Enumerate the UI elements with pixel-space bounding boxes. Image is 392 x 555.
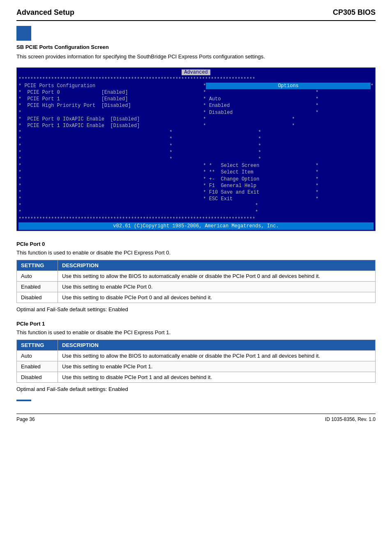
setting-cell: Disabled: [17, 292, 58, 303]
description-cell: Use this setting to disable PCIe Port 0 …: [58, 292, 376, 303]
pcie-port0-title: PCIe Port 0: [16, 241, 376, 247]
bios-row-blank1: * * Disabled *: [18, 109, 374, 116]
bios-row-high-priority: * PCIE High Priority Port [Disabled] * E…: [18, 102, 374, 109]
bios-left-col-1: * PCIE Ports Configuration: [18, 83, 203, 89]
bios-blank-row-end: * * * *: [18, 202, 374, 215]
bios-screen: Advanced *******************************…: [16, 67, 376, 231]
bios-row-pcie1: * PCIE Port 1 [Enabled] * Auto *: [18, 96, 374, 102]
table-row: AutoUse this setting to allow the BIOS t…: [17, 271, 376, 282]
bottom-accent-bar: [16, 400, 31, 401]
setting-cell: Auto: [17, 351, 58, 361]
bios-key-esc: * * ESC Exit *: [18, 196, 374, 202]
bios-row-ioapic0: * PCIE Port 0 IOxAPIC Enable [Disabled] …: [18, 116, 374, 123]
pcie-port1-title: PCIe Port 1: [16, 321, 376, 327]
bios-row-ioapic1: * PCIE Port 1 IOxAPIC Enable [Disabled] …: [18, 123, 374, 129]
description-cell: Use this setting to enable PCIe Port 1.: [58, 361, 376, 372]
footer-page-number: Page 36: [16, 416, 35, 422]
pcie-port0-desc: This function is used to enable or disab…: [16, 250, 376, 256]
bios-footer-text: v02.61 (C)Copyright 1985-2006, American …: [18, 222, 374, 230]
setting-cell: Enabled: [17, 361, 58, 372]
bios-title-bar: Advanced: [18, 69, 374, 76]
table-row: DisabledUse this setting to disable PCIe…: [17, 292, 376, 303]
page-footer: Page 36 ID 1035-8356, Rev. 1.0: [16, 414, 376, 422]
description-cell: Use this setting to enable PCIe Port 0.: [58, 282, 376, 292]
section-title: SB PCIE Ports Configuration Screen: [16, 44, 376, 50]
description-cell: Use this setting to allow the BIOS to au…: [58, 271, 376, 282]
pcie-port1-table: SETTING DESCRIPTION AutoUse this setting…: [16, 340, 376, 383]
section-description: This screen provides information for spe…: [16, 53, 376, 61]
setting-cell: Disabled: [17, 372, 58, 383]
header-title-right: CP305 BIOS: [333, 8, 376, 17]
pcie-port1-col-description: DESCRIPTION: [58, 340, 376, 351]
pcie-port1-col-setting: SETTING: [17, 340, 58, 351]
bios-blank-rows: * * * * * * *: [18, 129, 374, 162]
bios-top-border: ****************************************…: [18, 76, 374, 83]
bios-right-col-1: * Options *: [203, 83, 374, 89]
header-title-left: Advanced Setup: [16, 8, 74, 17]
bios-key-save-exit: * * F10 Save and Exit *: [18, 189, 374, 196]
setting-cell: Enabled: [17, 282, 58, 292]
pcie-port1-desc: This function is used to enable or disab…: [16, 329, 376, 335]
bios-key-select-screen: * * * Select Screen *: [18, 162, 374, 169]
section-icon: [16, 26, 31, 39]
bios-key-change-option: * * +- Change Option *: [18, 176, 374, 183]
pcie-port0-col-setting: SETTING: [17, 260, 58, 271]
bios-key-general-help: * * F1 General Help *: [18, 183, 374, 189]
description-cell: Use this setting to allow the BIOS to au…: [58, 351, 376, 361]
table-row: EnabledUse this setting to enable PCIe P…: [17, 361, 376, 372]
bios-key-select-item: * * ** Select Item *: [18, 169, 374, 176]
page-header: Advanced Setup CP305 BIOS: [16, 8, 376, 21]
table-row: EnabledUse this setting to enable PCIe P…: [17, 282, 376, 292]
bios-options-header: Options: [206, 83, 370, 89]
table-row: DisabledUse this setting to disable PCIe…: [17, 372, 376, 383]
footer-doc-id: ID 1035-8356, Rev. 1.0: [325, 416, 376, 422]
bios-title-label: Advanced: [182, 69, 210, 75]
pcie-port0-col-description: DESCRIPTION: [58, 260, 376, 271]
description-cell: Use this setting to disable PCIe Port 1 …: [58, 372, 376, 383]
bios-bottom-border: ****************************************…: [18, 216, 374, 222]
pcie-port0-table: SETTING DESCRIPTION AutoUse this setting…: [16, 260, 376, 303]
pcie-port0-default: Optimal and Fail-Safe default settings: …: [16, 306, 376, 312]
table-row: AutoUse this setting to allow the BIOS t…: [17, 351, 376, 361]
setting-cell: Auto: [17, 271, 58, 282]
pcie-port1-default: Optimal and Fail-Safe default settings: …: [16, 386, 376, 392]
bios-row-pcie0: * PCIE Port 0 [Enabled] * *: [18, 89, 374, 96]
